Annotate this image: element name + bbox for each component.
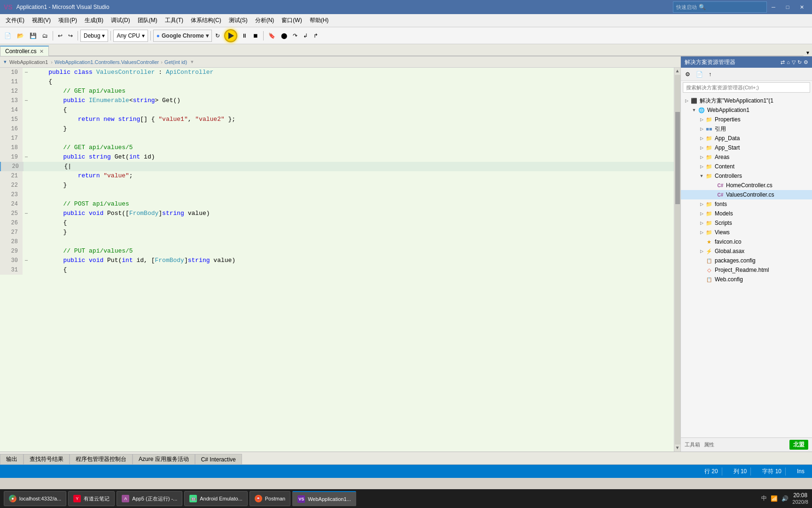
tree-fonts[interactable]: ▷ 📁 fonts [681,199,812,209]
toolbar-bookmark-btn[interactable]: 🔖 [266,30,278,42]
tree-packages[interactable]: ▷ 📋 packages.config [681,256,812,265]
toolbar-refresh-btn[interactable]: ↻ [213,30,222,42]
tree-readme[interactable]: ▷ ◇ Project_Readme.html [681,265,812,275]
tree-appstart[interactable]: ▷ 📁 App_Start [681,143,812,152]
se-refresh-btn[interactable]: ↻ [797,59,802,65]
menu-help[interactable]: 帮助(H) [306,15,333,26]
collapse-btn[interactable]: ─ [23,68,30,77]
debug-config-dropdown[interactable]: Debug ▾ [80,30,108,42]
menu-analyze[interactable]: 分析(N) [251,15,278,26]
tree-solution-root[interactable]: ▷ ⬛ 解决方案"WebApplication1"(1 [681,96,812,105]
menu-window[interactable]: 窗口(W) [278,15,305,26]
tree-controllers[interactable]: ▼ 📁 Controllers [681,171,812,181]
taskbar-postman[interactable]: 📮 Postman [250,491,290,506]
se-toolbar-btn1[interactable]: ⚙ [683,70,693,79]
taskbar-youdao[interactable]: Y 有道云笔记 [68,491,115,506]
collapse-btn[interactable]: ─ [23,256,30,265]
se-filter-btn[interactable]: ▽ [792,59,796,65]
tree-views[interactable]: ▷ 📁 Views [681,228,812,237]
se-toolbar-btn2[interactable]: 📄 [694,70,705,79]
tree-properties[interactable]: ▷ 📁 Properties [681,115,812,124]
tree-webconfig[interactable]: ▷ 📋 Web.config [681,275,812,284]
vertical-scrollbar[interactable]: ▲ ▼ [674,68,680,452]
table-row: 14 { [0,105,674,115]
menu-build[interactable]: 生成(B) [81,15,107,26]
tab-output[interactable]: 输出 [0,454,23,464]
toolbar-bp-btn[interactable]: ⬤ [279,30,289,42]
taskbar-app5[interactable]: A App5 (正在运行) -... [117,491,182,506]
se-settings-btn[interactable]: ⚙ [804,59,808,65]
beimeng-logo: 北盟 [789,440,808,450]
breadcrumb-project[interactable]: ▾ [4,59,7,65]
code-text: { [30,77,674,87]
toolbar-pause-btn[interactable]: ⏸ [239,30,250,42]
taskbar-android[interactable]: 🤖 Android Emulato... [184,491,248,506]
toolbar-save-btn[interactable]: 💾 [27,30,39,42]
menu-file[interactable]: 文件(E) [2,15,28,26]
maximize-btn[interactable]: □ [781,2,794,12]
toolbar-stop-btn[interactable]: ⏹ [250,30,261,42]
tab-controllercs[interactable]: Controller.cs ✕ [0,46,49,56]
breadcrumb-class[interactable]: WebApplication1.Controllers.ValuesContro… [55,59,159,65]
toolbar-undo-btn[interactable]: ↩ [55,30,65,42]
se-search-input[interactable] [683,82,810,93]
toolbar-newproject-btn[interactable]: 📄 [2,30,14,42]
toolbar-open-btn[interactable]: 📂 [15,30,26,42]
tree-content[interactable]: ▷ 📁 Content [681,162,812,171]
tab-findsymbol[interactable]: 查找符号结果 [23,454,70,464]
debug-start-btn[interactable] [223,28,238,43]
tree-appdata[interactable]: ▷ 📁 App_Data [681,134,812,143]
tree-scripts[interactable]: ▷ 📁 Scripts [681,218,812,228]
tree-areas[interactable]: ▷ 📁 Areas [681,152,812,162]
tree-project[interactable]: ▼ 🌐 WebApplication1 [681,105,812,115]
breadcrumb-method[interactable]: Get(int id) [164,59,187,65]
menu-tools[interactable]: 工具(T) [161,15,187,26]
minimize-btn[interactable]: ─ [767,2,780,12]
tree-valuescontroller[interactable]: ▷ C# ValuesController.cs [681,190,812,199]
se-toolbar-btn3[interactable]: ↑ [706,70,714,79]
toolbar-stepout-btn[interactable]: ↱ [311,30,320,42]
menu-test[interactable]: 测试(S) [225,15,251,26]
menu-project[interactable]: 项目(P) [55,15,81,26]
tree-global[interactable]: ▷ ⚡ Global.asax [681,246,812,256]
menu-team[interactable]: 团队(M) [134,15,161,26]
tab-list-btn[interactable]: ▾ [804,49,812,56]
quick-search-box[interactable]: 快速启动 🔍 [673,1,767,13]
tab-packagemanager[interactable]: 程序包管理器控制台 [70,454,133,464]
scroll-thumb[interactable] [675,112,680,205]
collapse-btn[interactable]: ─ [23,209,30,218]
browser-dropdown[interactable]: ● Google Chrome ▾ [153,30,212,42]
collapse-btn[interactable]: ─ [23,152,30,162]
tree-favicon[interactable]: ▷ ★ favicon.ico [681,237,812,246]
toolbar-stepinto-btn[interactable]: ↲ [301,30,310,42]
se-sync-btn[interactable]: ⇄ [781,59,785,65]
tray-time[interactable]: 20:08 2020/8 [792,492,808,505]
scroll-down-btn[interactable]: ▼ [675,444,679,452]
menu-view[interactable]: 视图(V) [28,15,55,26]
tab-azureactivity[interactable]: Azure 应用服务活动 [133,454,195,464]
taskbar-vs[interactable]: VS WebApplication1... [292,491,356,506]
toolbox-btn[interactable]: 工具箱 [685,441,700,448]
se-home-btn[interactable]: ⌂ [787,59,790,65]
item-label: Properties [715,116,741,123]
scroll-track[interactable] [675,75,680,444]
menu-debug[interactable]: 调试(D) [107,15,134,26]
tree-ref[interactable]: ▷ ■■ 引用 [681,124,812,134]
taskbar-chrome[interactable]: ● localhost:4332/a... [4,491,66,506]
menu-architecture[interactable]: 体系结构(C) [187,15,225,26]
tab-csharpinteractive[interactable]: C# Interactive [195,454,242,464]
tray-network: 📶 [771,495,778,502]
tree-models[interactable]: ▷ 📁 Models [681,209,812,218]
toolbar-saveall-btn[interactable]: 🗂 [40,30,50,42]
collapse-btn[interactable]: ─ [23,96,30,105]
arrow-icon: ▷ [698,164,705,169]
properties-btn[interactable]: 属性 [704,441,714,448]
close-btn[interactable]: ✕ [795,2,808,12]
platform-dropdown[interactable]: Any CPU ▾ [113,30,148,42]
tab-close-btn[interactable]: ✕ [39,48,44,55]
scroll-up-btn[interactable]: ▲ [675,68,679,75]
toolbar-redo-btn[interactable]: ↪ [66,30,75,42]
code-container[interactable]: 10 ─ public class ValuesController : Api… [0,68,680,452]
tree-homecontroller[interactable]: ▷ C# HomeController.cs [681,181,812,190]
toolbar-stepover-btn[interactable]: ↷ [290,30,300,42]
